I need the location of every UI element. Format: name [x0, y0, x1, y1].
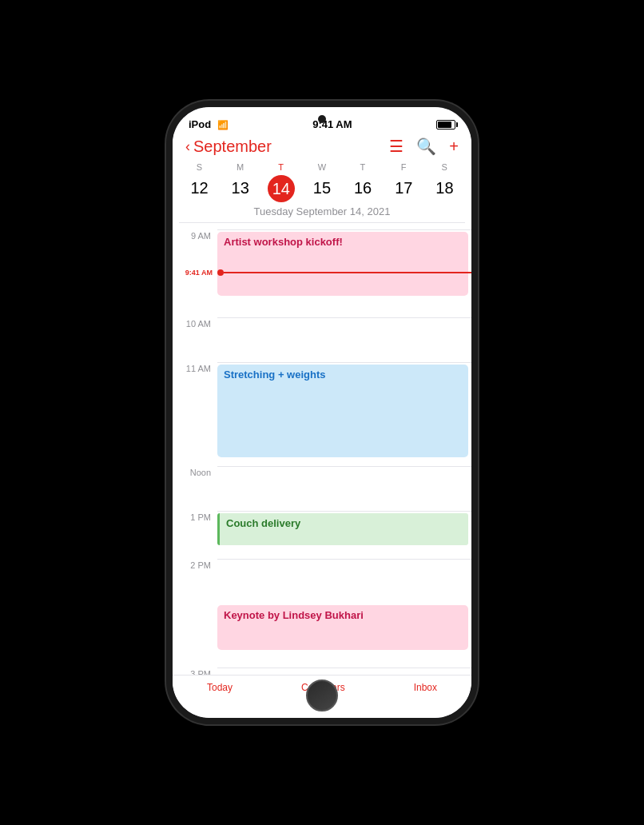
time-block-1pm: 1 PM Couch delivery — [173, 511, 471, 559]
status-device-name: iPod 📶 — [189, 118, 229, 130]
day-label-mon: M — [220, 162, 260, 172]
calendar-header: ‹ September ☰ 🔍 + — [173, 134, 471, 162]
day-label-fri: F — [384, 162, 424, 172]
back-month-button[interactable]: ‹ September — [185, 138, 272, 156]
event-couch-delivery[interactable]: Couch delivery — [217, 513, 468, 545]
day-label-tue: T — [260, 162, 301, 172]
time-block-9am: 9 AM Artist workshop kickoff! 9:41 AM — [173, 229, 471, 317]
day-labels: S M T W T F S — [179, 162, 465, 172]
event-col-1pm: Couch delivery — [217, 511, 471, 551]
chevron-left-icon: ‹ — [185, 138, 190, 155]
time-label-1pm: 1 PM — [173, 511, 217, 522]
event-col-10am — [217, 317, 471, 362]
event-col-keynote: Keynote by Lindsey Bukhari — [217, 604, 471, 660]
event-title-stretching: Stretching + weights — [224, 369, 326, 381]
time-label-noon: Noon — [173, 466, 217, 477]
time-block-11am: 11 AM Stretching + weights — [173, 362, 471, 466]
event-col-2pm — [217, 559, 471, 604]
now-line — [224, 272, 471, 273]
selected-date-label: Tuesday September 14, 2021 — [179, 202, 465, 223]
time-block-keynote: Keynote by Lindsey Bukhari — [173, 604, 471, 668]
home-button[interactable] — [306, 680, 338, 711]
tab-today[interactable]: Today — [207, 682, 233, 693]
day-label-sun: S — [179, 162, 220, 172]
time-label-11am: 11 AM — [173, 362, 217, 373]
add-event-icon[interactable]: + — [449, 138, 459, 156]
event-col-11am: Stretching + weights — [217, 362, 471, 466]
day-18[interactable]: 18 — [424, 175, 465, 202]
day-label-sat: S — [424, 162, 465, 172]
battery-icon — [436, 120, 455, 130]
tab-today-label: Today — [207, 682, 233, 693]
day-numbers: 12 13 14 15 16 17 18 — [179, 175, 465, 202]
time-label-empty1 — [173, 604, 217, 605]
event-artist-workshop[interactable]: Artist workshop kickoff! — [217, 232, 468, 296]
time-label-2pm: 2 PM — [173, 559, 217, 570]
search-icon[interactable]: 🔍 — [416, 137, 436, 156]
time-label-3pm: 3 PM — [173, 668, 217, 675]
wifi-icon: 📶 — [217, 120, 229, 130]
day-15[interactable]: 15 — [301, 175, 342, 202]
event-col-noon — [217, 466, 471, 511]
time-label-10am: 10 AM — [173, 317, 217, 329]
day-17[interactable]: 17 — [384, 175, 424, 202]
month-label: September — [193, 138, 272, 156]
device: iPod 📶 9:41 AM ‹ September ☰ 🔍 — [166, 101, 478, 724]
event-keynote[interactable]: Keynote by Lindsey Bukhari — [217, 605, 468, 650]
day-label-wed: W — [301, 162, 342, 172]
day-13[interactable]: 13 — [220, 175, 260, 202]
time-block-3pm: 3 PM — [173, 668, 471, 675]
event-title-keynote: Keynote by Lindsey Bukhari — [224, 609, 364, 621]
timeline[interactable]: 9 AM Artist workshop kickoff! 9:41 AM — [173, 229, 471, 675]
week-strip: S M T W T F S 12 13 14 15 16 17 18 — [173, 162, 471, 229]
tab-inbox-label: Inbox — [414, 682, 437, 693]
now-dot — [217, 269, 224, 276]
tab-inbox[interactable]: Inbox — [414, 682, 437, 693]
time-label-9am: 9 AM — [173, 229, 217, 241]
header-icons: ☰ 🔍 + — [389, 137, 459, 156]
now-indicator: 9:41 AM — [217, 269, 471, 277]
calendar-app: ‹ September ☰ 🔍 + S M T W T F S — [173, 134, 471, 709]
device-screen: iPod 📶 9:41 AM ‹ September ☰ 🔍 — [173, 107, 471, 718]
now-time-label: 9:41 AM — [173, 269, 217, 277]
day-16[interactable]: 16 — [343, 175, 384, 202]
status-battery — [436, 120, 455, 130]
time-block-noon: Noon — [173, 466, 471, 511]
list-view-icon[interactable]: ☰ — [389, 137, 403, 156]
battery-fill — [438, 122, 451, 128]
time-block-10am: 10 AM — [173, 317, 471, 362]
event-stretching[interactable]: Stretching + weights — [217, 365, 468, 457]
event-col-3pm — [217, 668, 471, 675]
event-col-9am: Artist workshop kickoff! 9:41 AM — [217, 229, 471, 317]
day-12[interactable]: 12 — [179, 175, 220, 202]
day-14-today[interactable]: 14 — [268, 175, 295, 202]
time-block-2pm: 2 PM — [173, 559, 471, 604]
day-label-thu: T — [343, 162, 384, 172]
event-title-artist-workshop: Artist workshop kickoff! — [224, 236, 343, 248]
event-title-couch-delivery: Couch delivery — [226, 517, 300, 529]
camera — [318, 115, 326, 123]
